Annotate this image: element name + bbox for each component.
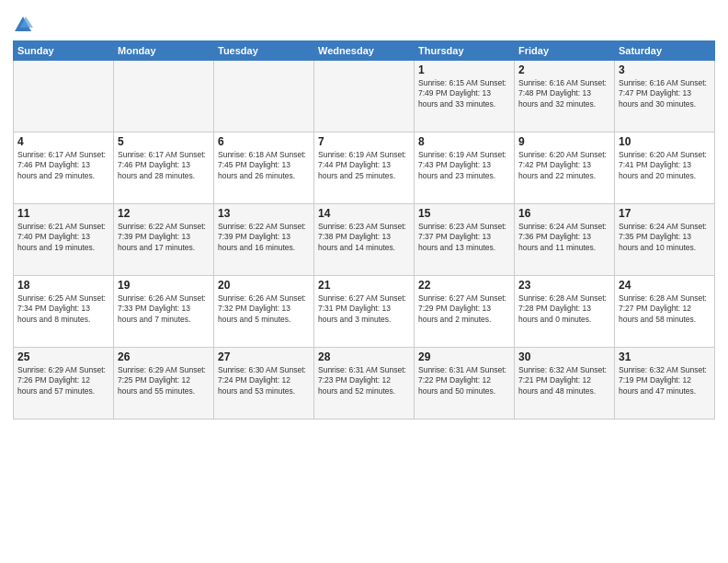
day-info: Sunrise: 6:29 AM Sunset: 7:26 PM Dayligh… (17, 365, 109, 396)
calendar-cell: 21Sunrise: 6:27 AM Sunset: 7:31 PM Dayli… (314, 276, 415, 348)
day-info: Sunrise: 6:23 AM Sunset: 7:38 PM Dayligh… (318, 222, 410, 253)
day-number: 29 (418, 350, 510, 363)
calendar-cell: 3Sunrise: 6:16 AM Sunset: 7:47 PM Daylig… (615, 61, 715, 132)
day-number: 26 (118, 350, 210, 363)
calendar-cell: 18Sunrise: 6:25 AM Sunset: 7:34 PM Dayli… (14, 276, 114, 348)
calendar-cell: 12Sunrise: 6:22 AM Sunset: 7:39 PM Dayli… (114, 204, 214, 276)
day-info: Sunrise: 6:24 AM Sunset: 7:35 PM Dayligh… (619, 222, 711, 253)
day-number: 27 (218, 350, 310, 363)
header-day-friday: Friday (515, 41, 615, 61)
week-row-2: 4Sunrise: 6:17 AM Sunset: 7:46 PM Daylig… (14, 132, 715, 204)
calendar-cell (114, 61, 214, 132)
calendar-cell: 22Sunrise: 6:27 AM Sunset: 7:29 PM Dayli… (415, 276, 515, 348)
day-number: 1 (418, 63, 510, 76)
day-number: 2 (518, 63, 610, 76)
day-info: Sunrise: 6:22 AM Sunset: 7:39 PM Dayligh… (218, 222, 310, 253)
day-info: Sunrise: 6:15 AM Sunset: 7:49 PM Dayligh… (418, 78, 510, 109)
day-number: 11 (17, 207, 109, 220)
calendar-cell: 24Sunrise: 6:28 AM Sunset: 7:27 PM Dayli… (615, 276, 715, 348)
day-info: Sunrise: 6:28 AM Sunset: 7:27 PM Dayligh… (619, 293, 711, 325)
day-number: 12 (118, 207, 210, 220)
day-info: Sunrise: 6:16 AM Sunset: 7:47 PM Dayligh… (619, 78, 711, 109)
day-number: 15 (418, 207, 510, 220)
calendar-cell: 1Sunrise: 6:15 AM Sunset: 7:49 PM Daylig… (415, 61, 515, 132)
header (13, 9, 715, 35)
day-number: 24 (619, 279, 711, 292)
calendar-cell: 28Sunrise: 6:31 AM Sunset: 7:23 PM Dayli… (314, 348, 415, 419)
calendar-cell: 7Sunrise: 6:19 AM Sunset: 7:44 PM Daylig… (314, 132, 415, 204)
header-row: SundayMondayTuesdayWednesdayThursdayFrid… (14, 41, 715, 61)
day-info: Sunrise: 6:16 AM Sunset: 7:48 PM Dayligh… (518, 78, 610, 109)
header-day-sunday: Sunday (14, 41, 114, 61)
day-number: 9 (518, 135, 610, 148)
header-day-saturday: Saturday (615, 41, 715, 61)
calendar-cell: 17Sunrise: 6:24 AM Sunset: 7:35 PM Dayli… (615, 204, 715, 276)
calendar-cell: 6Sunrise: 6:18 AM Sunset: 7:45 PM Daylig… (214, 132, 314, 204)
day-number: 20 (218, 279, 310, 292)
day-info: Sunrise: 6:19 AM Sunset: 7:44 PM Dayligh… (318, 150, 410, 181)
day-info: Sunrise: 6:31 AM Sunset: 7:23 PM Dayligh… (318, 365, 410, 396)
calendar-cell: 15Sunrise: 6:23 AM Sunset: 7:37 PM Dayli… (415, 204, 515, 276)
day-number: 19 (118, 279, 210, 292)
calendar-cell: 30Sunrise: 6:32 AM Sunset: 7:21 PM Dayli… (515, 348, 615, 419)
day-info: Sunrise: 6:17 AM Sunset: 7:46 PM Dayligh… (118, 150, 210, 181)
day-number: 14 (318, 207, 410, 220)
day-number: 28 (318, 350, 410, 363)
calendar-cell: 27Sunrise: 6:30 AM Sunset: 7:24 PM Dayli… (214, 348, 314, 419)
day-number: 17 (619, 207, 711, 220)
day-number: 3 (619, 63, 711, 76)
day-info: Sunrise: 6:18 AM Sunset: 7:45 PM Dayligh… (218, 150, 310, 181)
day-info: Sunrise: 6:22 AM Sunset: 7:39 PM Dayligh… (118, 222, 210, 253)
header-day-wednesday: Wednesday (314, 41, 415, 61)
day-info: Sunrise: 6:28 AM Sunset: 7:28 PM Dayligh… (518, 293, 610, 325)
calendar-cell: 14Sunrise: 6:23 AM Sunset: 7:38 PM Dayli… (314, 204, 415, 276)
calendar-cell: 11Sunrise: 6:21 AM Sunset: 7:40 PM Dayli… (14, 204, 114, 276)
week-row-3: 11Sunrise: 6:21 AM Sunset: 7:40 PM Dayli… (14, 204, 715, 276)
page: SundayMondayTuesdayWednesdayThursdayFrid… (0, 0, 728, 563)
week-row-5: 25Sunrise: 6:29 AM Sunset: 7:26 PM Dayli… (14, 348, 715, 419)
week-row-4: 18Sunrise: 6:25 AM Sunset: 7:34 PM Dayli… (14, 276, 715, 348)
calendar-cell: 9Sunrise: 6:20 AM Sunset: 7:42 PM Daylig… (515, 132, 615, 204)
day-info: Sunrise: 6:32 AM Sunset: 7:19 PM Dayligh… (619, 365, 711, 396)
calendar-cell: 29Sunrise: 6:31 AM Sunset: 7:22 PM Dayli… (415, 348, 515, 419)
calendar-cell: 13Sunrise: 6:22 AM Sunset: 7:39 PM Dayli… (214, 204, 314, 276)
day-number: 8 (418, 135, 510, 148)
day-info: Sunrise: 6:20 AM Sunset: 7:41 PM Dayligh… (619, 150, 711, 181)
day-number: 13 (218, 207, 310, 220)
day-info: Sunrise: 6:23 AM Sunset: 7:37 PM Dayligh… (418, 222, 510, 253)
calendar-cell (14, 61, 114, 132)
day-number: 31 (619, 350, 711, 363)
day-number: 4 (17, 135, 109, 148)
logo (13, 13, 37, 35)
day-info: Sunrise: 6:27 AM Sunset: 7:31 PM Dayligh… (318, 293, 410, 325)
logo-icon (13, 15, 33, 35)
day-info: Sunrise: 6:26 AM Sunset: 7:32 PM Dayligh… (218, 293, 310, 325)
calendar-table: SundayMondayTuesdayWednesdayThursdayFrid… (13, 40, 715, 419)
day-info: Sunrise: 6:30 AM Sunset: 7:24 PM Dayligh… (218, 365, 310, 396)
day-number: 25 (17, 350, 109, 363)
day-number: 10 (619, 135, 711, 148)
header-day-monday: Monday (114, 41, 214, 61)
day-info: Sunrise: 6:25 AM Sunset: 7:34 PM Dayligh… (17, 293, 109, 325)
day-info: Sunrise: 6:26 AM Sunset: 7:33 PM Dayligh… (118, 293, 210, 325)
calendar-cell (314, 61, 415, 132)
calendar-cell: 19Sunrise: 6:26 AM Sunset: 7:33 PM Dayli… (114, 276, 214, 348)
calendar-cell: 10Sunrise: 6:20 AM Sunset: 7:41 PM Dayli… (615, 132, 715, 204)
day-number: 30 (518, 350, 610, 363)
header-day-thursday: Thursday (415, 41, 515, 61)
header-day-tuesday: Tuesday (214, 41, 314, 61)
calendar-cell (214, 61, 314, 132)
day-info: Sunrise: 6:31 AM Sunset: 7:22 PM Dayligh… (418, 365, 510, 396)
day-info: Sunrise: 6:32 AM Sunset: 7:21 PM Dayligh… (518, 365, 610, 396)
week-row-1: 1Sunrise: 6:15 AM Sunset: 7:49 PM Daylig… (14, 61, 715, 132)
day-number: 18 (17, 279, 109, 292)
day-info: Sunrise: 6:19 AM Sunset: 7:43 PM Dayligh… (418, 150, 510, 181)
day-info: Sunrise: 6:21 AM Sunset: 7:40 PM Dayligh… (17, 222, 109, 253)
calendar-cell: 25Sunrise: 6:29 AM Sunset: 7:26 PM Dayli… (14, 348, 114, 419)
day-number: 7 (318, 135, 410, 148)
calendar-cell: 20Sunrise: 6:26 AM Sunset: 7:32 PM Dayli… (214, 276, 314, 348)
day-info: Sunrise: 6:29 AM Sunset: 7:25 PM Dayligh… (118, 365, 210, 396)
calendar-cell: 31Sunrise: 6:32 AM Sunset: 7:19 PM Dayli… (615, 348, 715, 419)
calendar-cell: 4Sunrise: 6:17 AM Sunset: 7:46 PM Daylig… (14, 132, 114, 204)
day-number: 5 (118, 135, 210, 148)
